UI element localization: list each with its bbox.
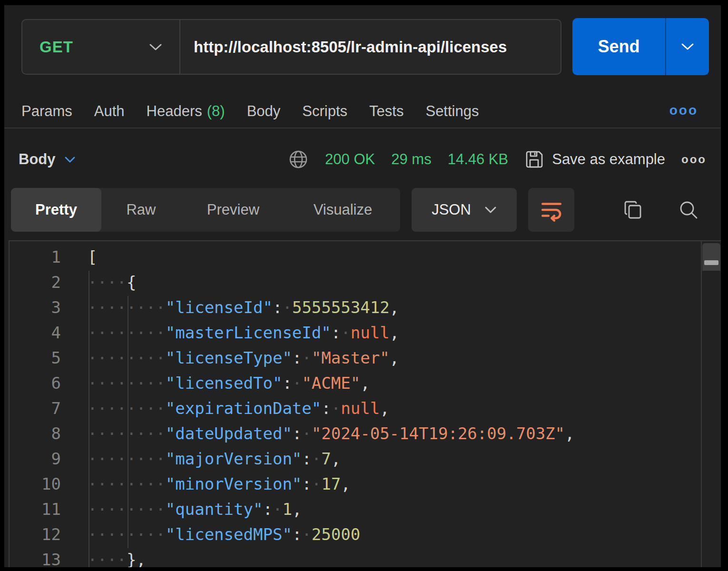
code-line: 3········"licenseId":·5555553412, [10, 295, 721, 320]
tab-raw[interactable]: Raw [101, 188, 181, 232]
code-line-content: ····}, [88, 547, 146, 567]
response-status-cluster: 200 OK 29 ms 14.46 KB Save as example oo… [288, 149, 707, 170]
network-globe-icon[interactable] [288, 149, 309, 170]
line-number: 11 [10, 497, 61, 522]
send-split-button: Send [572, 18, 709, 75]
chevron-down-icon [484, 206, 497, 214]
more-options-icon[interactable]: ooo [669, 103, 698, 118]
response-body-viewer: 1[2····{3········"licenseId":·5555553412… [9, 240, 721, 567]
tab-visualize[interactable]: Visualize [285, 188, 400, 232]
code-line-content: ········"masterLicenseId":·null, [88, 320, 399, 345]
save-as-example-label: Save as example [552, 151, 665, 168]
save-as-example-button[interactable]: Save as example [524, 149, 665, 169]
indent-guide [128, 296, 128, 548]
tab-tests[interactable]: Tests [369, 103, 403, 120]
response-body-select[interactable]: Body [19, 151, 76, 168]
code-line-content: ········"minorVersion":·17, [88, 472, 351, 497]
code-line: 12········"licensedMPS":·25000 [10, 522, 721, 547]
line-number: 2 [10, 270, 61, 295]
code-line-content: ········"majorVersion":·7, [88, 446, 341, 472]
tab-scripts[interactable]: Scripts [302, 103, 347, 120]
tab-preview[interactable]: Preview [181, 188, 285, 232]
search-button[interactable] [673, 195, 704, 225]
code-line-content: ········"licensedTo":·"ACME", [88, 371, 370, 396]
scrollbar-track[interactable] [701, 241, 721, 567]
chevron-down-icon [64, 156, 76, 163]
tab-params[interactable]: Params [21, 103, 72, 120]
format-select[interactable]: JSON [412, 188, 517, 232]
format-select-label: JSON [432, 201, 471, 218]
line-number: 1 [10, 245, 61, 270]
line-number: 6 [10, 371, 61, 396]
line-number: 12 [10, 522, 61, 547]
chevron-down-icon [149, 43, 162, 51]
code-line: 6········"licensedTo":·"ACME", [10, 371, 721, 396]
request-url-bar: GET [21, 19, 561, 75]
response-body-label: Body [19, 151, 56, 168]
line-number: 7 [10, 396, 61, 421]
copy-button[interactable] [618, 195, 649, 225]
code-line: 8········"dateUpdated":·"2024-05-14T19:2… [10, 421, 721, 446]
http-method-select[interactable]: GET [22, 20, 180, 74]
tab-headers[interactable]: Headers(8) [147, 103, 225, 120]
request-tabs: Params Auth Headers(8) Body Scripts Test… [4, 95, 721, 128]
code-line: 5········"licenseType":·"Master", [10, 345, 721, 371]
send-button[interactable]: Send [572, 18, 665, 75]
code-line: 9········"majorVersion":·7, [10, 446, 721, 472]
code-line: 4········"masterLicenseId":·null, [10, 320, 721, 345]
http-method-label: GET [39, 38, 73, 56]
code-line-content: [ [88, 245, 97, 270]
code-line-content: ········"licenseId":·5555553412, [88, 295, 399, 320]
scrollbar-position-mark [704, 260, 718, 265]
code-lines: 1[2····{3········"licenseId":·5555553412… [10, 241, 721, 567]
response-view-bar: Pretty Raw Preview Visualize JSON [4, 188, 721, 232]
code-line-content: ········"dateUpdated":·"2024-05-14T19:26… [88, 421, 575, 446]
search-icon [678, 199, 699, 221]
chevron-down-icon [680, 42, 695, 51]
wrap-lines-button[interactable] [528, 188, 574, 232]
code-line-content: ········"expirationDate":·null, [88, 396, 390, 421]
scrollbar-thumb[interactable] [702, 243, 720, 271]
response-size[interactable]: 14.46 KB [448, 151, 509, 168]
line-number: 3 [10, 295, 61, 320]
response-meta-bar: Body 200 OK 29 ms 14.46 KB [4, 139, 721, 180]
code-line-content: ········"quantity":·1, [88, 497, 302, 522]
rest-client-window: GET Send Params Auth Headers(8) Body Scr… [4, 5, 721, 567]
code-line: 2····{ [10, 270, 721, 295]
copy-icon [622, 199, 644, 221]
line-number: 5 [10, 345, 61, 371]
line-number: 8 [10, 421, 61, 446]
indent-guide [89, 271, 89, 567]
tab-auth[interactable]: Auth [94, 103, 125, 120]
line-number: 13 [10, 547, 61, 567]
tab-settings[interactable]: Settings [425, 103, 479, 120]
code-line: 10········"minorVersion":·17, [10, 472, 721, 497]
headers-count-badge: (8) [207, 103, 225, 119]
code-line-content: ····{ [88, 270, 136, 295]
response-time[interactable]: 29 ms [391, 151, 431, 168]
code-line: 11········"quantity":·1, [10, 497, 721, 522]
code-line: 7········"expirationDate":·null, [10, 396, 721, 421]
tab-pretty[interactable]: Pretty [11, 188, 101, 232]
line-number: 9 [10, 446, 61, 472]
tab-body[interactable]: Body [247, 103, 281, 120]
send-options-button[interactable] [666, 18, 709, 75]
url-input[interactable] [180, 20, 561, 74]
code-line-content: ········"licenseType":·"Master", [88, 345, 399, 371]
response-more-options-icon[interactable]: ooo [681, 153, 707, 166]
line-number: 10 [10, 472, 61, 497]
code-line: 1[ [10, 245, 721, 270]
response-view-tabs: Pretty Raw Preview Visualize [11, 188, 400, 232]
line-number: 4 [10, 320, 61, 345]
floppy-save-icon [524, 149, 544, 169]
text-wrap-icon [540, 198, 563, 222]
code-line: 13····}, [10, 547, 721, 567]
send-button-label: Send [598, 37, 639, 57]
status-badge[interactable]: 200 OK [325, 151, 375, 168]
